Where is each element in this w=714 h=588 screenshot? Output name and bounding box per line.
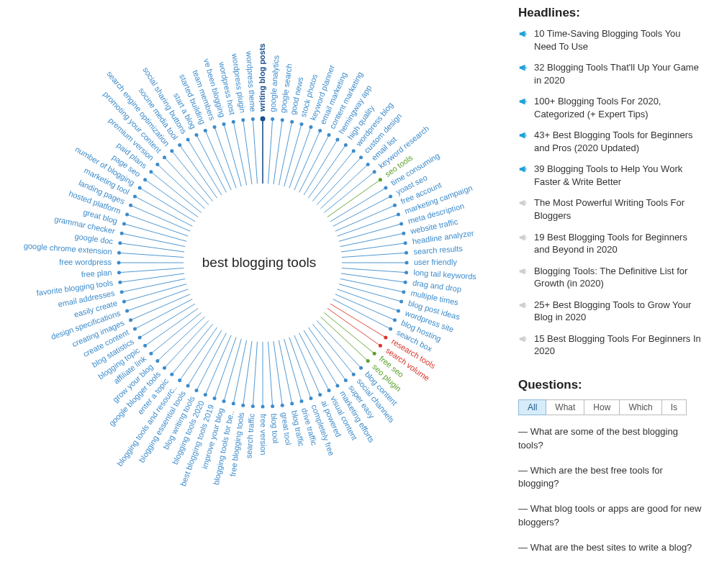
radial-node-dot[interactable] [232,120,235,124]
radial-node-dot[interactable] [281,118,284,122]
radial-node-dot[interactable] [402,232,405,235]
radial-node-dot[interactable] [271,404,274,408]
radial-node-dot[interactable] [384,186,387,190]
radial-node-dot[interactable] [213,397,217,400]
radial-node-dot[interactable] [222,399,226,403]
radial-node-dot[interactable] [149,352,153,356]
radial-node-dot[interactable] [251,404,255,408]
radial-node-dot[interactable] [163,155,166,159]
radial-node-dot[interactable] [117,261,121,265]
radial-node-dot[interactable] [384,335,387,339]
radial-node-dot[interactable] [120,232,124,235]
radial-node-dot[interactable] [399,299,403,303]
questions-tab-is[interactable]: Is [662,399,687,415]
radial-node-dot[interactable] [241,404,245,407]
radial-node-dot[interactable] [327,133,331,137]
radial-node-dot[interactable] [186,138,190,142]
questions-tab-how[interactable]: How [584,399,620,415]
radial-node-dot[interactable] [379,344,382,348]
headline-item[interactable]: 32 Blogging Tools That'll Up Your Game i… [518,61,705,86]
radial-node-dot[interactable] [241,118,245,122]
headline-item[interactable]: 43+ Best Blogging Tools for Beginners an… [518,129,705,154]
radial-node-dot[interactable] [129,204,132,207]
radial-node-dot[interactable] [125,213,129,217]
radial-node-dot[interactable] [261,405,265,409]
radial-node-dot[interactable] [222,122,226,126]
radial-node-dot[interactable] [397,213,400,217]
radial-node-dot[interactable] [271,117,274,121]
radial-node-dot[interactable] [129,318,132,322]
radial-node-dot[interactable] [299,399,303,403]
radial-node-dot[interactable] [125,309,129,312]
radial-node-label[interactable]: search results [413,244,464,256]
question-item[interactable]: What are the best sites to write a blog? [518,541,705,555]
radial-node-dot[interactable] [194,133,198,137]
questions-tab-which[interactable]: Which [620,399,661,415]
radial-node-dot[interactable] [352,149,356,153]
radial-node-dot[interactable] [405,251,408,255]
radial-node-dot[interactable] [133,327,137,331]
radial-node-dot[interactable] [389,327,392,331]
radial-node-dot[interactable] [155,359,159,363]
radial-node-dot[interactable] [178,379,181,382]
questions-tab-what[interactable]: What [546,399,584,415]
radial-node-dot[interactable] [122,299,126,303]
radial-node-dot[interactable] [204,393,207,397]
radial-node-label[interactable]: blog tool [269,413,280,443]
radial-node-dot[interactable] [138,335,142,339]
radial-node-label[interactable]: free version [259,414,268,455]
radial-node-dot[interactable] [399,222,403,226]
radial-node-label[interactable]: user friendly [414,258,457,266]
radial-node-dot[interactable] [366,163,370,166]
radial-node-dot[interactable] [379,178,382,181]
radial-node-dot[interactable] [352,373,356,376]
radial-node-dot[interactable] [163,366,166,370]
radial-node-dot[interactable] [405,271,408,274]
radial-node-label[interactable]: google analytics [268,55,280,112]
radial-node-dot[interactable] [186,384,190,387]
radial-node-dot[interactable] [143,344,147,348]
radial-node-dot[interactable] [118,281,122,284]
radial-node-dot[interactable] [178,143,181,147]
radial-node-label[interactable]: writing blog posts [258,43,266,112]
radial-node-dot[interactable] [309,125,312,129]
radial-node-label[interactable]: free wordpress [59,258,112,266]
radial-node-dot[interactable] [344,379,348,382]
radial-node-label[interactable]: search traffic [244,413,256,459]
radial-node-dot[interactable] [404,241,407,245]
radial-node-dot[interactable] [405,261,409,265]
radial-node-dot[interactable] [138,186,142,190]
radial-node-dot[interactable] [327,389,331,392]
radial-node-dot[interactable] [117,271,121,274]
question-item[interactable]: Which are the best free tools for bloggi… [518,464,705,492]
radial-node-dot[interactable] [359,155,363,159]
headline-item[interactable]: 39 Blogging Tools to Help You Work Faste… [518,163,705,188]
radial-node-dot[interactable] [232,402,235,405]
headline-item[interactable]: 10 Time-Saving Blogging Tools You Need T… [518,27,705,53]
headline-item[interactable]: 15 Best Blogging Tools For Beginners In … [518,333,705,358]
radial-node-dot[interactable] [397,309,400,312]
headline-item[interactable]: 25+ Best Blogging Tools to Grow Your Blo… [518,299,705,324]
radial-node-dot[interactable] [373,170,376,173]
radial-node-dot[interactable] [290,120,294,124]
headline-item[interactable]: The Most Powerful Writing Tools For Blog… [518,196,705,222]
radial-node-dot[interactable] [133,194,137,198]
radial-node-dot[interactable] [402,290,405,294]
radial-node-dot[interactable] [318,393,322,397]
radial-node-dot[interactable] [204,129,207,132]
radial-node-dot[interactable] [170,373,173,376]
radial-node-dot[interactable] [194,389,198,392]
headline-item[interactable]: 100+ Blogging Tools For 2020, Categorize… [518,95,705,120]
radial-node-dot[interactable] [359,366,363,370]
radial-node-dot[interactable] [366,359,370,363]
radial-node-dot[interactable] [213,125,217,129]
radial-node-dot[interactable] [393,204,397,207]
radial-node-dot[interactable] [251,117,255,121]
radial-node-dot[interactable] [335,138,339,142]
radial-node-dot[interactable] [261,117,266,122]
radial-node-label[interactable]: great tool [280,412,293,445]
radial-node-dot[interactable] [404,281,407,284]
headline-item[interactable]: Blogging Tools: The Definitive List for … [518,265,705,290]
radial-node-dot[interactable] [389,194,392,198]
radial-node-dot[interactable] [281,404,284,407]
